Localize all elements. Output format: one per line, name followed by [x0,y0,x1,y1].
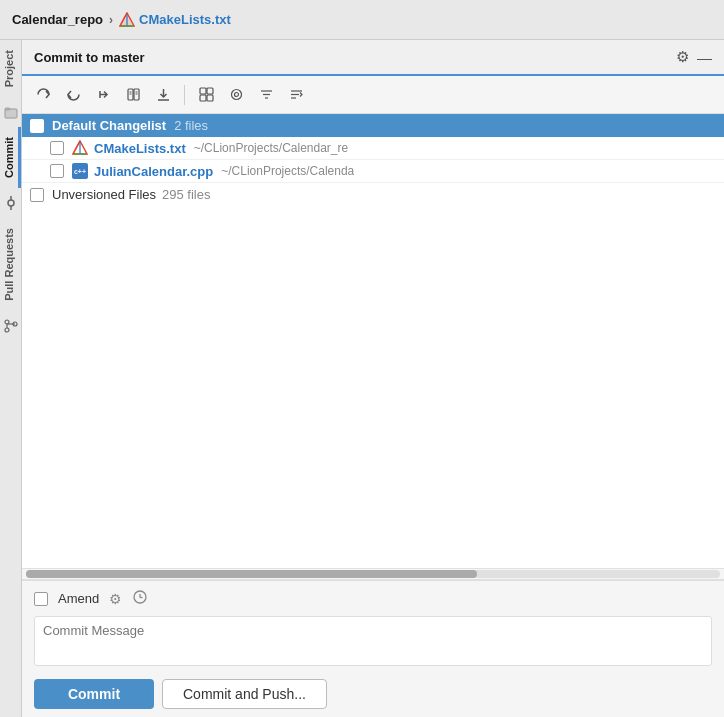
horizontal-scrollbar[interactable] [22,568,724,580]
bottom-panel: Amend ⚙ Commit Commit and Pus [22,580,724,717]
svg-point-10 [5,320,9,324]
rollback-button[interactable] [60,82,86,108]
commit-buttons: Commit Commit and Push... [34,679,712,709]
svg-rect-25 [200,95,206,101]
changelist-row[interactable]: Default Changelist 2 files [22,114,724,137]
diff-button[interactable] [120,82,146,108]
scrollbar-thumb[interactable] [26,570,477,578]
file-name: CMakeLists.txt [139,12,231,27]
filter-button[interactable] [253,82,279,108]
amend-row: Amend ⚙ [34,589,712,608]
svg-rect-23 [200,88,206,94]
title-bar: Calendar_repo › CMakeLists.txt [0,0,724,40]
svg-rect-26 [207,95,213,101]
cmake-file-checkbox[interactable] [50,141,64,155]
refresh-button[interactable] [30,82,56,108]
changelist-checkbox[interactable] [30,119,44,133]
amend-checkbox[interactable] [34,592,48,606]
cpp-file-checkbox[interactable] [50,164,64,178]
amend-settings-icon[interactable]: ⚙ [109,591,122,607]
svg-point-27 [231,90,241,100]
toolbar [22,76,724,114]
groupby-button[interactable] [193,82,219,108]
unversioned-label: Unversioned Files [52,187,156,202]
minimize-icon[interactable]: — [697,49,712,66]
amend-label: Amend [58,591,99,606]
toolbar-separator-1 [184,85,185,105]
cpp-icon: c++ [72,163,88,179]
svg-line-38 [73,141,80,154]
commit-button[interactable]: Commit [34,679,154,709]
changelist-name: Default Changelist [52,118,166,133]
svg-point-11 [5,328,9,332]
breadcrumb-chevron: › [109,13,113,27]
cmake-icon [72,140,88,156]
sidebar-folder-icon[interactable] [0,101,22,123]
svg-point-28 [234,93,238,97]
sidebar-tab-project[interactable]: Project [0,40,21,97]
left-sidebar: Project Commit Pull Requests [0,40,22,717]
panel-title: Commit to master [34,50,145,65]
update-button[interactable] [90,82,116,108]
commit-and-push-button[interactable]: Commit and Push... [162,679,327,709]
sidebar-pr-icon[interactable] [0,315,22,337]
unversioned-count: 295 files [162,187,210,202]
settings-icon[interactable]: ⚙ [676,48,689,66]
content-area: Commit to master ⚙ — [22,40,724,717]
panel-header-icons: ⚙ — [676,48,712,66]
repo-name: Calendar_repo [12,12,103,27]
cmake-file-name: CMakeLists.txt [94,141,186,156]
view-options-button[interactable] [223,82,249,108]
cmake-file-icon [119,12,135,28]
amend-history-icon[interactable] [132,589,148,608]
file-list: Default Changelist 2 files CMakeLists.tx… [22,114,724,568]
sidebar-tab-commit[interactable]: Commit [0,127,21,188]
panel-header: Commit to master ⚙ — [22,40,724,76]
sidebar-commit-icon[interactable] [0,192,22,214]
scrollbar-track[interactable] [26,570,720,578]
sidebar-tab-pullrequests[interactable]: Pull Requests [0,218,21,311]
file-row-cmake[interactable]: CMakeLists.txt ~/CLionProjects/Calendar_… [22,137,724,160]
unversioned-row[interactable]: Unversioned Files 295 files [22,183,724,206]
unversioned-checkbox[interactable] [30,188,44,202]
commit-message-input[interactable] [34,616,712,666]
cmake-file-path: ~/CLionProjects/Calendar_re [194,141,348,155]
shelve-button[interactable] [150,82,176,108]
svg-point-7 [8,200,14,206]
sort-button[interactable] [283,82,309,108]
main-layout: Project Commit Pull Requests [0,40,724,717]
file-row-cpp[interactable]: c++ JulianCalendar.cpp ~/CLionProjects/C… [22,160,724,183]
cpp-file-path: ~/CLionProjects/Calenda [221,164,354,178]
svg-rect-24 [207,88,213,94]
cpp-file-name: JulianCalendar.cpp [94,164,213,179]
svg-rect-6 [5,108,10,110]
changelist-count: 2 files [174,118,208,133]
